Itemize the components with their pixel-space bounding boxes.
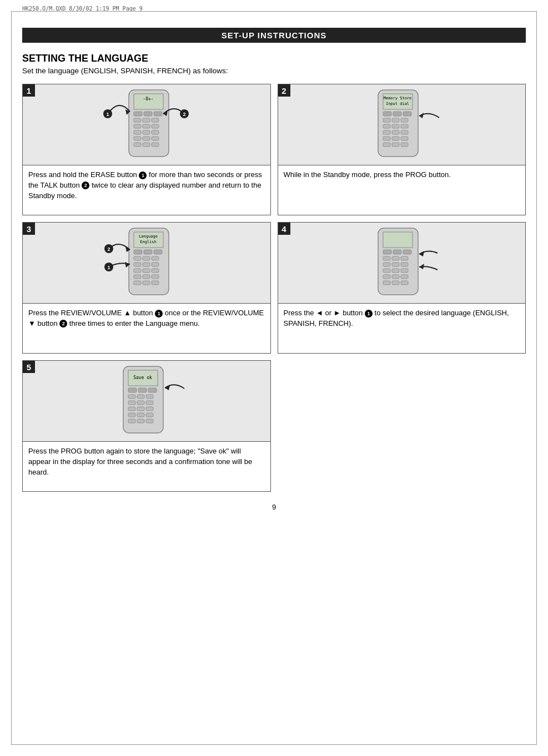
svg-rect-11: [152, 124, 159, 128]
svg-rect-89: [383, 269, 390, 273]
svg-rect-61: [143, 263, 150, 266]
svg-rect-108: [146, 395, 153, 399]
svg-rect-111: [146, 401, 153, 405]
svg-rect-70: [143, 281, 150, 285]
step-1-number: 1: [23, 84, 35, 97]
svg-rect-18: [134, 143, 141, 147]
svg-rect-57: [134, 256, 141, 260]
step-3-text: Press the REVIEW/VOLUME ▲ button 1 once …: [23, 303, 270, 353]
svg-rect-35: [392, 118, 399, 122]
svg-rect-3: [134, 112, 142, 116]
step-4-text: Press the ◄ or ► button 1 to select the …: [278, 303, 526, 353]
svg-rect-55: [144, 250, 152, 254]
svg-rect-97: [401, 281, 408, 285]
svg-rect-80: [383, 250, 391, 254]
svg-rect-33: [403, 112, 411, 116]
svg-rect-64: [143, 269, 150, 273]
svg-rect-113: [137, 407, 144, 411]
svg-rect-85: [401, 256, 408, 260]
step-4-image: [278, 223, 526, 303]
svg-text:2: 2: [183, 112, 185, 117]
svg-rect-58: [143, 256, 150, 260]
svg-rect-90: [392, 269, 399, 273]
circled-1: 1: [139, 172, 147, 179]
step-1-cell: 1 -0+-: [22, 84, 271, 215]
svg-rect-60: [134, 263, 141, 266]
svg-rect-93: [392, 275, 399, 279]
svg-rect-41: [392, 130, 399, 134]
svg-rect-92: [383, 275, 390, 279]
step-5-image: Save ok: [23, 361, 270, 441]
svg-rect-87: [392, 263, 399, 266]
svg-text:1: 1: [107, 265, 110, 270]
step-1-svg: -0+-: [102, 87, 191, 162]
circled-1c: 1: [365, 310, 373, 317]
svg-rect-5: [154, 112, 162, 116]
svg-text:Input dial: Input dial: [386, 102, 409, 106]
step-4-number: 4: [278, 223, 290, 235]
step-5-text: Press the PROG button again to store the…: [23, 441, 270, 491]
svg-rect-95: [383, 281, 390, 285]
svg-rect-36: [401, 118, 408, 122]
step-2-image: Memory Store Input dial: [278, 84, 526, 165]
svg-rect-19: [143, 143, 150, 147]
svg-rect-88: [401, 263, 408, 266]
svg-rect-106: [128, 395, 135, 399]
svg-rect-40: [383, 130, 390, 134]
step-5-svg: Save ok: [102, 364, 191, 439]
step-3-svg: Language English: [102, 225, 191, 300]
svg-rect-16: [143, 137, 150, 140]
svg-rect-39: [401, 124, 408, 128]
svg-text:Save ok: Save ok: [133, 375, 152, 380]
svg-rect-10: [143, 124, 150, 128]
step-3-image: Language English: [23, 223, 270, 303]
svg-rect-109: [128, 401, 135, 405]
svg-rect-59: [152, 256, 159, 260]
svg-rect-116: [137, 413, 144, 417]
svg-rect-56: [154, 250, 162, 254]
svg-rect-20: [152, 143, 159, 147]
svg-rect-43: [383, 137, 390, 140]
svg-rect-103: [128, 388, 137, 392]
svg-rect-47: [392, 143, 399, 147]
svg-rect-79: [383, 232, 413, 248]
svg-rect-42: [401, 130, 408, 134]
svg-text:Language: Language: [139, 234, 158, 239]
step-5-number: 5: [23, 361, 35, 373]
svg-rect-96: [392, 281, 399, 285]
svg-rect-34: [383, 118, 390, 122]
svg-rect-84: [392, 256, 399, 260]
svg-rect-67: [143, 275, 150, 279]
circled-2b: 2: [59, 320, 67, 327]
svg-rect-86: [383, 263, 390, 266]
svg-rect-54: [134, 250, 142, 254]
svg-rect-65: [152, 269, 159, 273]
circled-2: 2: [82, 182, 89, 189]
svg-rect-91: [401, 269, 408, 273]
svg-rect-31: [383, 112, 391, 116]
step-5-cell: 5 Save ok: [22, 360, 271, 492]
step-2-svg: Memory Store Input dial: [357, 87, 446, 162]
svg-rect-12: [134, 130, 141, 134]
svg-rect-120: [146, 419, 153, 423]
svg-rect-44: [392, 137, 399, 140]
svg-rect-32: [393, 112, 401, 116]
svg-rect-107: [137, 395, 144, 399]
circled-1b: 1: [155, 310, 163, 317]
svg-rect-94: [401, 275, 408, 279]
svg-rect-46: [383, 143, 390, 147]
step-3-number: 3: [23, 223, 35, 235]
svg-rect-117: [146, 413, 153, 417]
svg-rect-6: [134, 118, 141, 122]
step-2-number: 2: [278, 84, 290, 97]
svg-rect-9: [134, 124, 141, 128]
step-2-text: While in the Standby mode, press the PRO…: [278, 165, 526, 215]
svg-rect-66: [134, 275, 141, 279]
svg-text:-0+-: -0+-: [143, 97, 153, 102]
svg-rect-114: [146, 407, 153, 411]
svg-rect-62: [152, 263, 159, 266]
svg-rect-48: [401, 143, 408, 147]
svg-rect-38: [392, 124, 399, 128]
step-1-image: -0+-: [23, 84, 270, 165]
svg-rect-63: [134, 269, 141, 273]
